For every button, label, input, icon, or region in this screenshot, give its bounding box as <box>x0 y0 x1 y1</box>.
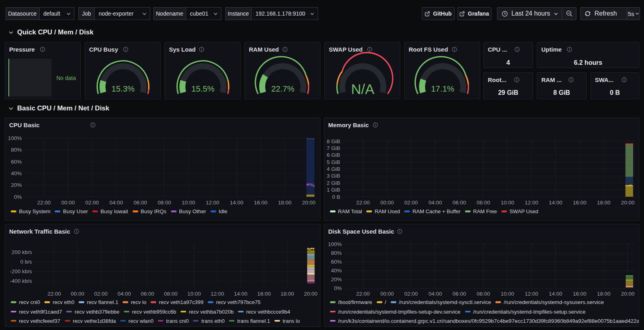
svg-text:0 b/s: 0 b/s <box>20 259 32 265</box>
svg-text:18:00: 18:00 <box>278 200 292 206</box>
svg-text:06:00: 06:00 <box>452 291 466 297</box>
svg-text:0 B: 0 B <box>332 194 340 200</box>
svg-text:00:00: 00:00 <box>380 291 394 297</box>
svg-text:20%: 20% <box>11 182 22 188</box>
svg-text:6 GiB: 6 GiB <box>326 152 340 158</box>
svg-text:20:00: 20:00 <box>302 200 316 206</box>
svg-text:16:00: 16:00 <box>573 200 586 206</box>
svg-text:100%: 100% <box>328 241 342 247</box>
svg-text:-200 kb/s: -200 kb/s <box>10 268 32 274</box>
svg-text:10:00: 10:00 <box>501 291 514 297</box>
svg-text:00:00: 00:00 <box>380 200 394 206</box>
svg-text:02:00: 02:00 <box>94 291 108 297</box>
svg-text:60%: 60% <box>11 158 22 164</box>
svg-text:20:00: 20:00 <box>304 291 318 297</box>
svg-text:8 GiB: 8 GiB <box>326 138 340 144</box>
svg-text:200 kb/s: 200 kb/s <box>12 249 32 255</box>
svg-text:04:00: 04:00 <box>109 200 123 206</box>
svg-text:22.7%: 22.7% <box>271 84 294 93</box>
svg-text:14:00: 14:00 <box>549 291 562 297</box>
svg-text:0%: 0% <box>14 194 22 200</box>
svg-text:10:00: 10:00 <box>501 200 514 206</box>
svg-text:20%: 20% <box>331 276 342 282</box>
svg-text:7 GiB: 7 GiB <box>326 145 340 151</box>
svg-text:5 GiB: 5 GiB <box>326 159 340 165</box>
svg-text:16:00: 16:00 <box>573 291 586 297</box>
svg-text:06:00: 06:00 <box>141 291 154 297</box>
svg-text:15.3%: 15.3% <box>111 84 135 93</box>
svg-text:16:00: 16:00 <box>254 200 268 206</box>
svg-text:20:00: 20:00 <box>621 200 634 206</box>
svg-text:02:00: 02:00 <box>404 200 418 206</box>
svg-text:08:00: 08:00 <box>477 200 490 206</box>
svg-text:1 GiB: 1 GiB <box>326 187 340 193</box>
svg-text:0%: 0% <box>334 285 342 291</box>
svg-text:N/A: N/A <box>351 81 375 97</box>
svg-text:22:00: 22:00 <box>37 200 51 206</box>
svg-text:06:00: 06:00 <box>452 200 466 206</box>
svg-text:40%: 40% <box>331 268 342 274</box>
svg-text:14:00: 14:00 <box>234 291 248 297</box>
svg-text:00:00: 00:00 <box>61 200 75 206</box>
svg-text:12:00: 12:00 <box>206 200 219 206</box>
svg-text:80%: 80% <box>11 147 22 153</box>
svg-text:12:00: 12:00 <box>525 291 538 297</box>
svg-text:10:00: 10:00 <box>187 291 201 297</box>
svg-text:20:00: 20:00 <box>621 291 634 297</box>
svg-text:22:00: 22:00 <box>356 200 370 206</box>
svg-text:22:00: 22:00 <box>356 291 370 297</box>
svg-text:14:00: 14:00 <box>549 200 562 206</box>
svg-text:4 GiB: 4 GiB <box>326 166 340 172</box>
svg-text:10:00: 10:00 <box>182 200 195 206</box>
svg-text:18:00: 18:00 <box>280 291 294 297</box>
svg-text:80%: 80% <box>331 250 342 256</box>
svg-text:100%: 100% <box>8 135 22 141</box>
svg-text:04:00: 04:00 <box>428 200 442 206</box>
svg-text:18:00: 18:00 <box>597 200 610 206</box>
svg-text:12:00: 12:00 <box>525 200 538 206</box>
svg-text:40%: 40% <box>11 170 22 176</box>
svg-text:14:00: 14:00 <box>230 200 243 206</box>
svg-text:04:00: 04:00 <box>428 291 442 297</box>
svg-text:06:00: 06:00 <box>133 200 147 206</box>
svg-text:16:00: 16:00 <box>257 291 271 297</box>
svg-text:02:00: 02:00 <box>85 200 99 206</box>
svg-text:15.5%: 15.5% <box>191 84 215 93</box>
svg-text:12:00: 12:00 <box>211 291 224 297</box>
svg-text:08:00: 08:00 <box>158 200 171 206</box>
svg-text:08:00: 08:00 <box>477 291 490 297</box>
svg-text:00:00: 00:00 <box>71 291 84 297</box>
svg-text:3 GiB: 3 GiB <box>326 173 340 179</box>
svg-text:17.1%: 17.1% <box>431 84 454 93</box>
svg-text:60%: 60% <box>331 259 342 265</box>
svg-text:18:00: 18:00 <box>597 291 610 297</box>
svg-text:22:00: 22:00 <box>48 291 61 297</box>
svg-text:02:00: 02:00 <box>404 291 418 297</box>
svg-text:08:00: 08:00 <box>164 291 178 297</box>
svg-text:-400 kb/s: -400 kb/s <box>10 278 32 284</box>
svg-text:2 GiB: 2 GiB <box>326 180 340 186</box>
svg-text:04:00: 04:00 <box>117 291 131 297</box>
